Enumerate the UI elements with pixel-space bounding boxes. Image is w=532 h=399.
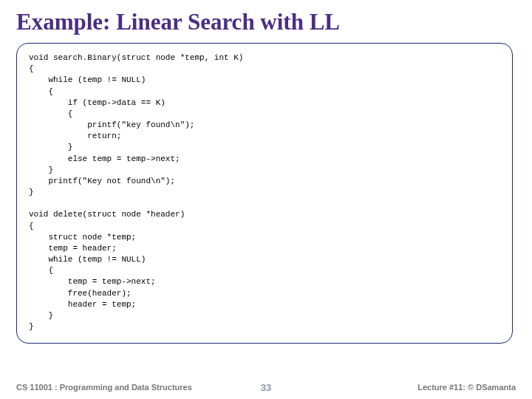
slide: Example: Linear Search with LL void sear… [0, 0, 532, 399]
footer-right: Lecture #11: © DSamanta [417, 383, 516, 392]
footer-left: CS 11001 : Programming and Data Structur… [16, 383, 192, 392]
slide-number: 33 [261, 382, 271, 393]
footer: CS 11001 : Programming and Data Structur… [0, 383, 532, 392]
code-block: void search.Binary(struct node *temp, in… [29, 52, 500, 332]
slide-title: Example: Linear Search with LL [16, 9, 516, 35]
code-box: void search.Binary(struct node *temp, in… [16, 43, 513, 344]
